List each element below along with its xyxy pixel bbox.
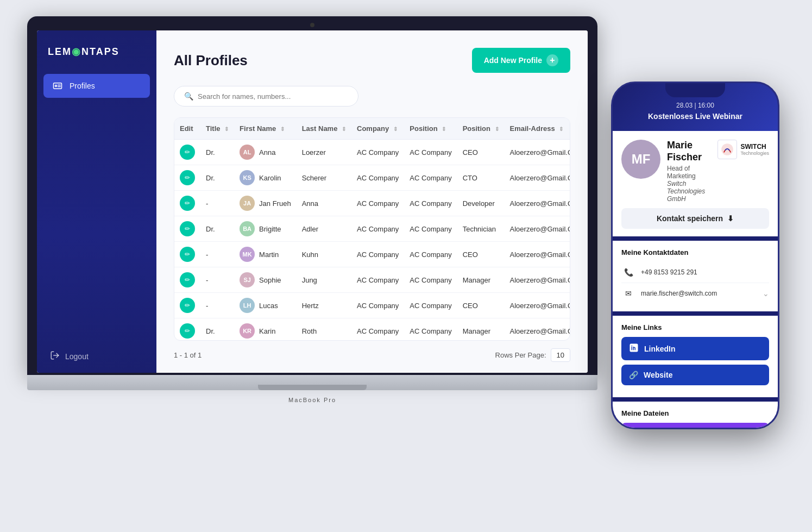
last-name-cell: Loerzer	[297, 140, 351, 165]
title-cell: -	[200, 267, 234, 293]
edit-cell: ✏	[174, 318, 200, 341]
avatar: JA	[240, 196, 255, 211]
position2-cell: CEO	[457, 140, 505, 165]
switch-logo-name: SWITCH	[740, 143, 769, 151]
flyer-button[interactable]: 📁 Flyer	[621, 423, 769, 428]
sidebar-item-profiles[interactable]: Profiles	[43, 74, 150, 98]
linkedin-icon	[629, 343, 639, 354]
col-position1: Position ⇕	[404, 118, 457, 140]
table-row: ✏ Dr. AL Anna Loerzer AC Company AC Comp…	[174, 140, 570, 165]
profiles-table: Edit Title ⇕ First Name ⇕ Last Name ⇕ Co…	[174, 118, 570, 341]
profile-card: MF Marie Fischer Head of Marketing Switc…	[613, 131, 778, 236]
position1-cell: AC Company	[404, 318, 457, 341]
rows-per-page-label: Rows Per Page:	[495, 351, 546, 359]
last-name-cell: Roth	[297, 318, 351, 341]
col-title: Title ⇕	[200, 118, 234, 140]
profiles-table-wrapper: Edit Title ⇕ First Name ⇕ Last Name ⇕ Co…	[174, 117, 570, 341]
logo-dot: ◉	[72, 46, 81, 57]
first-name-cell: KR Karin	[234, 318, 297, 341]
title-cell: Dr.	[200, 140, 234, 165]
title-cell: -	[200, 242, 234, 267]
first-name-cell: BA Brigitte	[234, 216, 297, 241]
position2-cell: Manager	[457, 318, 505, 341]
linkedin-button[interactable]: LinkedIn	[621, 337, 769, 360]
avatar: BA	[240, 221, 255, 236]
logo-text-post: NTAPS	[81, 46, 119, 57]
links-section-title: Meine Links	[621, 323, 769, 331]
col-first-name: First Name ⇕	[234, 118, 297, 140]
chevron-down-icon: ⌄	[763, 289, 769, 298]
table-row: ✏ - SJ Sophie Jung AC Company AC Company…	[174, 267, 570, 293]
edit-button[interactable]: ✏	[180, 145, 195, 160]
avatar: AL	[240, 145, 255, 160]
position2-cell: CEO	[457, 242, 505, 267]
first-name-cell: KS Karolin	[234, 165, 297, 190]
logout-button[interactable]: Logout	[37, 340, 156, 373]
last-name-cell: Adler	[297, 216, 351, 242]
website-button[interactable]: 🔗 Website	[621, 365, 769, 385]
switch-logo-sub: Technologies	[740, 151, 769, 156]
email-row: ✉ marie.fischer@switch.com ⌄	[621, 283, 769, 304]
laptop-device: LEM◉NTAPS Profiles	[27, 16, 597, 408]
edit-button[interactable]: ✏	[180, 272, 195, 287]
edit-button[interactable]: ✏	[180, 196, 195, 211]
position2-cell: CEO	[457, 293, 505, 318]
phone-number: +49 8153 9215 291	[641, 268, 769, 276]
sidebar-nav: Profiles	[37, 74, 156, 340]
position1-cell: AC Company	[404, 140, 457, 165]
title-cell: Dr.	[200, 318, 234, 341]
col-email: Email-Adress ⇕	[505, 118, 570, 140]
svg-point-5	[722, 143, 734, 155]
link-icon: 🔗	[629, 371, 638, 379]
edit-button[interactable]: ✏	[180, 298, 195, 313]
add-profile-label: Add New Profile	[484, 56, 542, 65]
company-cell: AC Company	[351, 318, 404, 341]
app-logo: LEM◉NTAPS	[37, 30, 156, 74]
search-input[interactable]	[198, 92, 348, 101]
first-name-cell: LH Lucas	[234, 293, 297, 318]
add-profile-button[interactable]: Add New Profile +	[472, 48, 570, 73]
page-title: All Profiles	[174, 52, 248, 69]
position2-cell: Developer	[457, 191, 505, 216]
edit-button[interactable]: ✏	[180, 247, 195, 262]
email-cell: Aloerzero@Gmail.Com	[505, 293, 570, 318]
last-name-cell: Anna	[297, 191, 351, 216]
pagination-range: 1 - 1 of 1	[174, 351, 202, 359]
edit-button[interactable]: ✏	[180, 221, 195, 236]
avatar: MK	[240, 247, 255, 262]
edit-button[interactable]: ✏	[180, 170, 195, 185]
position1-cell: AC Company	[404, 165, 457, 191]
laptop-screen-border: LEM◉NTAPS Profiles	[27, 16, 597, 375]
first-name-cell: AL Anna	[234, 140, 297, 165]
title-cell: -	[200, 293, 234, 318]
col-position2: Position ⇕	[457, 118, 505, 140]
laptop-model-label: MacBook Pro	[288, 397, 336, 403]
avatar: KR	[240, 323, 255, 339]
edit-cell: ✏	[174, 165, 200, 191]
links-section: Meine Links LinkedIn 🔗 Website	[613, 316, 778, 397]
website-label: Website	[644, 371, 672, 379]
logo-text-pre: LEM	[48, 46, 72, 57]
save-contact-button[interactable]: Kontakt speichern ⬇	[621, 208, 769, 229]
profile-company: Switch Technologies GmbH	[667, 180, 711, 203]
phone-icon: 📞	[621, 265, 635, 279]
email-cell: Aloerzero@Gmail.Com	[505, 165, 570, 191]
page-header: All Profiles Add New Profile +	[174, 48, 570, 73]
logout-label: Logout	[65, 352, 89, 361]
table-row: ✏ - JA Jan Frueh Anna AC Company AC Comp…	[174, 191, 570, 216]
files-section-title: Meine Dateien	[621, 409, 769, 417]
sidebar-item-label: Profiles	[70, 82, 95, 90]
position1-cell: AC Company	[404, 293, 457, 318]
switch-logo-icon	[717, 140, 737, 159]
search-icon: 🔍	[184, 92, 193, 101]
logout-icon	[50, 351, 60, 362]
email-cell: Aloerzero@Gmail.Com	[505, 242, 570, 267]
table-scroll[interactable]: Edit Title ⇕ First Name ⇕ Last Name ⇕ Co…	[174, 118, 570, 341]
profile-card-top: MF Marie Fischer Head of Marketing Switc…	[621, 140, 769, 203]
rows-per-page-selector[interactable]: 10	[551, 348, 570, 362]
edit-cell: ✏	[174, 191, 200, 216]
email-cell: Aloerzero@Gmail.Com	[505, 140, 570, 165]
first-name-cell: SJ Sophie	[234, 267, 297, 292]
edit-button[interactable]: ✏	[180, 323, 195, 339]
company-cell: AC Company	[351, 293, 404, 318]
